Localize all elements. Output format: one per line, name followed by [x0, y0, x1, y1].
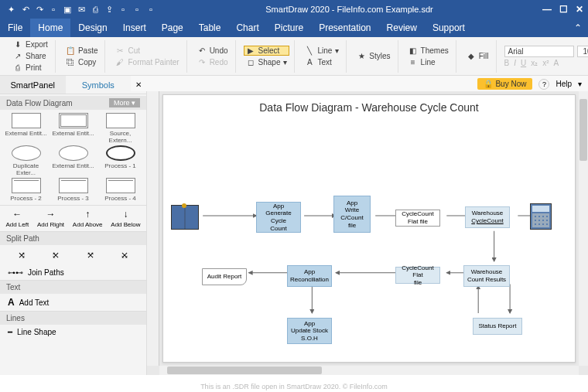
save-icon[interactable]: ▣: [62, 4, 73, 15]
minimize-button[interactable]: —: [542, 4, 552, 15]
node-app-generate[interactable]: AppGenerate CycleCount: [256, 202, 301, 233]
add-right-button[interactable]: →Add Right: [37, 209, 64, 228]
close-button[interactable]: ✕: [576, 4, 583, 15]
line-style-button[interactable]: ≡Line: [406, 57, 451, 67]
text-tool[interactable]: AText: [303, 57, 341, 67]
menu-page[interactable]: Page: [154, 19, 191, 37]
shape-item[interactable]: External Entit...: [50, 113, 96, 144]
mail-icon[interactable]: ✉: [76, 4, 87, 15]
ribbon: ⬇Export ↗Share ⎙Print 📋Paste ⿻Copy ✂Cut …: [0, 37, 588, 76]
shape-item[interactable]: Process - 1: [97, 145, 143, 176]
shape-item[interactable]: Process - 4: [97, 178, 143, 202]
menu-picture[interactable]: Picture: [267, 19, 311, 37]
side-panel: SmartPanel Symbols ✕ Data Flow Diagram M…: [0, 91, 147, 375]
close-panel-icon[interactable]: ✕: [131, 76, 146, 94]
themes-button[interactable]: ◧Themes: [406, 46, 451, 56]
shape-item[interactable]: Source, Extern...: [97, 113, 143, 144]
dropdown-icon[interactable]: ▾: [578, 80, 582, 88]
menu-chart[interactable]: Chart: [228, 19, 266, 37]
cut-button[interactable]: ✂Cut: [113, 46, 181, 56]
buy-now-button[interactable]: 🔒 Buy Now: [477, 78, 532, 90]
node-cyclecount-flatfile-2[interactable]: CycleCount Flatfile: [395, 267, 440, 284]
redo-icon[interactable]: ↷: [34, 4, 45, 15]
superscript-button[interactable]: x²: [542, 59, 549, 67]
italic-button[interactable]: I: [514, 59, 516, 67]
more-symbols-button[interactable]: More ▾: [109, 98, 140, 107]
tab-smartpanel[interactable]: SmartPanel: [0, 76, 66, 94]
drawing-canvas[interactable]: Data Flow Diagram - Warehouse Cycle Coun…: [162, 94, 576, 363]
menu-review[interactable]: Review: [379, 19, 425, 37]
new-icon[interactable]: ▫: [48, 4, 59, 15]
share-button[interactable]: ↗Share: [11, 51, 50, 61]
menu-support[interactable]: Support: [425, 19, 473, 37]
split-path-header: Split Path: [0, 232, 146, 245]
split-option-1[interactable]: ⤨: [18, 250, 26, 261]
doc1-icon[interactable]: ▫: [118, 4, 128, 15]
node-warehouse-results[interactable]: WarehouseCount Results: [463, 265, 510, 287]
tab-symbols[interactable]: Symbols: [66, 76, 132, 94]
add-above-button[interactable]: ↑Add Above: [73, 209, 103, 228]
shape-tool[interactable]: ◻Shape ▾: [244, 57, 290, 67]
node-app-update-stock[interactable]: AppUpdate StockS.O.H: [287, 318, 332, 344]
shape-item[interactable]: Process - 2: [3, 178, 49, 202]
fill-button[interactable]: ◆Fill: [464, 51, 491, 61]
window-controls: — ☐ ✕: [542, 4, 583, 15]
node-app-reconciliation[interactable]: AppReconciliation: [287, 265, 332, 287]
shape-item[interactable]: External Entit...: [50, 145, 96, 176]
paste-button[interactable]: 📋Paste: [63, 46, 101, 56]
font-name-select[interactable]: Arial: [504, 46, 574, 57]
redo-button[interactable]: ↷Redo: [195, 57, 231, 67]
font-size-select[interactable]: 10: [577, 46, 589, 57]
vertical-scrollbar[interactable]: [579, 91, 588, 366]
split-option-4[interactable]: ⤩: [121, 250, 128, 261]
add-text-button[interactable]: AAdd Text: [0, 294, 146, 311]
export-button[interactable]: ⬇Export: [11, 39, 50, 49]
subscript-button[interactable]: x₂: [531, 59, 538, 67]
copy-button[interactable]: ⿻Copy: [63, 57, 101, 67]
vertical-ruler: [147, 91, 159, 366]
line-shape-button[interactable]: ━Line Shape: [0, 325, 146, 339]
menu-file[interactable]: File: [0, 19, 30, 37]
menu-insert[interactable]: Insert: [115, 19, 154, 37]
menu-table[interactable]: Table: [191, 19, 229, 37]
split-option-2[interactable]: ⤪: [52, 250, 60, 261]
node-audit-report[interactable]: Audit Report: [202, 268, 247, 285]
add-left-button[interactable]: ←Add Left: [5, 209, 29, 228]
canvas-area: Data Flow Diagram - Warehouse Cycle Coun…: [147, 91, 588, 375]
undo-button[interactable]: ↶Undo: [195, 46, 231, 56]
print-icon[interactable]: ⎙: [90, 4, 101, 15]
doc3-icon[interactable]: ▫: [145, 4, 156, 15]
node-status-report[interactable]: Status Report: [473, 318, 522, 335]
collapse-ribbon-icon[interactable]: ⌃: [574, 22, 582, 33]
maximize-button[interactable]: ☐: [559, 4, 568, 15]
window-title: SmartDraw 2020 - FileInfo.com Example.sd…: [156, 5, 542, 14]
add-below-button[interactable]: ↓Add Below: [111, 209, 140, 228]
shape-item[interactable]: External Entit...: [3, 113, 49, 144]
node-cyclecount-flatfile[interactable]: CycleCountFlat file: [395, 210, 440, 227]
menu-presentation[interactable]: Presentation: [311, 19, 378, 37]
doc2-icon[interactable]: ▫: [132, 4, 142, 15]
split-option-3[interactable]: ⤧: [87, 250, 94, 261]
node-source-book[interactable]: [169, 203, 200, 231]
horizontal-scrollbar[interactable]: [159, 366, 579, 375]
node-app-write[interactable]: AppWriteC/Countfile: [333, 196, 371, 233]
print-button[interactable]: ⎙Print: [11, 63, 50, 73]
shape-item[interactable]: Duplicate Exter...: [3, 145, 49, 176]
underline-button[interactable]: U: [521, 59, 526, 67]
undo-icon[interactable]: ↶: [20, 4, 31, 15]
text-section-header: Text: [0, 281, 146, 294]
line-tool[interactable]: ╲Line ▾: [303, 46, 341, 56]
fontcolor-button[interactable]: A: [554, 59, 559, 67]
bold-button[interactable]: B: [504, 59, 510, 67]
export-icon[interactable]: ⇪: [104, 4, 115, 15]
join-paths-button[interactable]: ⊶⊷Join Paths: [0, 265, 146, 280]
node-warehouse-cyclecount[interactable]: WarehouseCycleCount: [465, 206, 510, 228]
styles-button[interactable]: ★Styles: [354, 51, 392, 61]
menu-home[interactable]: Home: [30, 19, 70, 37]
menu-design[interactable]: Design: [70, 19, 115, 37]
shape-item[interactable]: Process - 3: [50, 178, 96, 202]
format-painter-button[interactable]: 🖌Format Painter: [113, 57, 181, 67]
select-tool[interactable]: ▶Select: [244, 46, 290, 56]
node-calculator[interactable]: [528, 202, 553, 231]
help-icon[interactable]: ?: [538, 79, 549, 90]
